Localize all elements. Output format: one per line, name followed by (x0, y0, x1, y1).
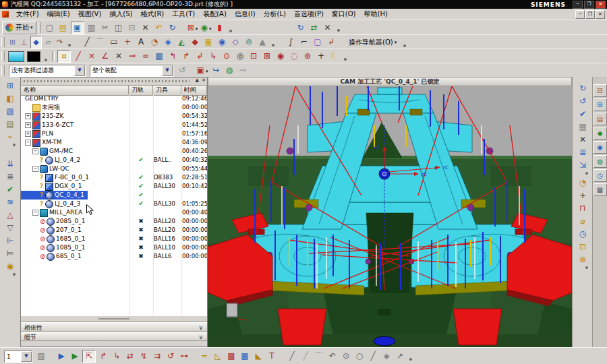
column-header-0[interactable]: 名称 (21, 86, 129, 94)
generate-toolpath-icon[interactable]: ↻ (575, 82, 590, 95)
orient-view-icon[interactable]: ↻ (295, 22, 307, 34)
dot-circle-icon[interactable]: ◌ (288, 51, 300, 62)
path-reverse-icon[interactable]: ⇄ (124, 351, 136, 362)
edit-object-icon[interactable]: ▧ (35, 351, 47, 362)
flag-red-icon[interactable]: ▩ (225, 351, 237, 362)
datum-icon[interactable]: ⊥ (19, 36, 29, 48)
world-icon[interactable]: ◍ (223, 65, 235, 76)
mdi-close-button[interactable]: ✕ (596, 10, 605, 19)
restore-button[interactable]: ❐ (584, 1, 594, 9)
navigator-row-133-6-zct[interactable]: +133-6-ZCT01:44:52 (21, 121, 207, 129)
part-navigator-tab[interactable]: ▤ (594, 113, 607, 125)
layer-dropdown-icon[interactable]: ▼ (21, 351, 32, 362)
selection-filter-dropdown-icon[interactable]: ▼ (74, 65, 85, 76)
delete-icon[interactable]: ✕ (140, 22, 152, 34)
grip-tool-icon[interactable]: ⊸ (237, 65, 249, 76)
section-view-icon[interactable]: ⊓ (575, 202, 590, 215)
toolbar-grip[interactable] (1, 65, 5, 75)
reset-filter-icon[interactable]: ↺ (176, 65, 188, 76)
mill-tool-2-icon[interactable]: ≣ (3, 171, 18, 183)
minimize-button[interactable]: ─ (573, 1, 583, 9)
sketch-line2-icon[interactable]: ╱ (299, 351, 312, 362)
window-icon[interactable]: ⊠▾ (187, 22, 199, 34)
corner1-snap-icon[interactable]: ↰ (167, 51, 179, 62)
verify-toolpath-icon[interactable]: ✔ (575, 108, 590, 121)
edit-toolpath-icon[interactable]: ⇱ (82, 350, 96, 363)
quadrant-snap-icon[interactable]: ⊠ (261, 51, 273, 62)
plus-snap-icon[interactable]: + (315, 51, 327, 62)
angle-snap-icon[interactable]: ∠ (99, 51, 111, 62)
intersection-snap-icon[interactable]: ✕ (113, 51, 125, 62)
navigator-row-lj-0-4-3[interactable]: ?LJ_0_4_3✔BALL3001:05:25 (21, 200, 207, 208)
toolbar-overflow-dot[interactable] (409, 358, 412, 361)
color-palette-icon[interactable]: ◔ (575, 177, 590, 189)
layer-combo[interactable]: 1 ▼ (4, 351, 32, 363)
boxcenter-snap-icon[interactable]: ⊡ (248, 51, 260, 62)
pattern-icon[interactable]: ▣ (202, 36, 214, 48)
show-product-icon[interactable]: ▣▾ (196, 65, 208, 76)
center-snap-icon[interactable]: ⊙ (221, 51, 233, 62)
navigator-row-lj-0-4-2[interactable]: ?LJ_0_4_2✔BALL..00:40:32 (21, 156, 207, 164)
mdi-restore-button[interactable]: ❐ (585, 10, 595, 19)
mill-tool-8-icon[interactable]: ⊨ (3, 247, 18, 260)
new-file-icon[interactable]: ▢ (44, 22, 56, 34)
flag-blue-icon[interactable]: ▩ (239, 351, 251, 362)
grid-snap-icon[interactable]: ▦ (153, 51, 165, 62)
path-rotate-icon[interactable]: ↺ (165, 351, 177, 362)
sketch-arc-icon[interactable]: ⌒ (313, 351, 325, 362)
navigator-row-dgx-0-1[interactable]: ?DGX_0_1✔BALL3000:10:42 (21, 182, 207, 191)
circle-icon[interactable]: ○ (353, 351, 366, 362)
cut-icon[interactable]: ✂ (99, 22, 111, 34)
level-icon[interactable]: = (198, 351, 210, 362)
toolbar-overflow-dot[interactable] (585, 266, 588, 269)
collapse-icon[interactable]: − (32, 210, 38, 216)
chamfer-icon[interactable]: ▲ (256, 36, 268, 48)
title-bar[interactable]: 汽模网 QQ:2445653132 - 加工 - [9677266480,6P4… (0, 0, 607, 9)
column-header-1[interactable]: 刀轨 (129, 86, 153, 94)
selection-filter-combo[interactable]: 没有选择过滤器 ▼ (9, 65, 86, 77)
unite-icon[interactable]: ◉ (216, 36, 228, 48)
profile-tool-icon[interactable]: ◔ (148, 36, 161, 48)
mdi-minimize-button[interactable]: ─ (575, 10, 585, 19)
toolbar-overflow-dot[interactable] (337, 29, 340, 32)
navigator-row-xm-tm[interactable]: −XM-TM04:36:09 (21, 138, 207, 147)
revolve-icon[interactable]: ◭ (175, 36, 187, 48)
corner2-snap-icon[interactable]: ↱ (180, 51, 192, 62)
list-toolpath-icon[interactable]: ≣ (575, 146, 590, 159)
navigator-row-685-0-1[interactable]: ⊘685_0_1✖BALL600:00:00 (21, 252, 207, 261)
view-manager-icon[interactable]: ⊞ (3, 80, 18, 92)
menu-window[interactable]: 窗口(O) (328, 9, 360, 20)
paste-icon[interactable]: ⊟ (126, 22, 138, 34)
bend-icon[interactable]: ↲ (325, 36, 337, 48)
elbow1-snap-icon[interactable]: ↲ (194, 51, 206, 62)
midpoint-snap-icon[interactable]: × (86, 51, 98, 62)
show-product-icon-caret[interactable]: ▾ (206, 69, 208, 74)
play-2d-icon[interactable]: ▶ (55, 351, 67, 362)
graphics-viewport[interactable]: CAM 加工工艺 'QC_0_4_1' 已锁定 (208, 77, 572, 347)
solid-display-icon[interactable]: ▧ (3, 105, 18, 118)
mill-tool-4-icon[interactable]: ≋ (3, 196, 18, 209)
background-color-swatch[interactable] (27, 51, 40, 62)
object-color-swatch[interactable] (8, 51, 24, 62)
navigator-row-1085-0-1[interactable]: ⊘1085_0_1✖BALL1000:00:00 (21, 243, 207, 252)
menu-help[interactable]: 帮助(H) (360, 9, 392, 20)
play-3d-icon[interactable]: ▶ (69, 351, 81, 362)
toolbar-overflow-dot[interactable] (13, 273, 16, 276)
panel-close-icon[interactable]: ✕ (202, 78, 206, 83)
system-materials-tab[interactable]: ▦ (594, 183, 607, 196)
window-icon-caret[interactable]: ▾ (196, 26, 198, 32)
dependencies-panel-bar[interactable]: 相依性 ∨ (21, 322, 207, 332)
toolbar-overflow-dot[interactable] (68, 44, 71, 47)
toolbar-overflow-dot[interactable] (45, 59, 47, 61)
menu-insert[interactable]: 插入(S) (105, 9, 136, 20)
navigator-row-item[interactable]: 未用项00:00:00 (21, 103, 207, 112)
history-tab[interactable]: ◷ (594, 169, 607, 182)
measure-icon[interactable]: ⌀ (575, 215, 590, 228)
toolbar-overflow-dot[interactable] (229, 30, 232, 32)
toolbar-overflow-dot[interactable] (13, 144, 16, 146)
circle-snap-icon[interactable]: ◎ (234, 51, 246, 62)
sketch-undo-icon[interactable]: ↶ (326, 351, 339, 362)
sketch-line1-icon[interactable]: ╱ (286, 351, 298, 362)
line-tool-icon[interactable]: ╱ (81, 36, 93, 48)
save-icon[interactable]: ▣ (71, 22, 84, 34)
